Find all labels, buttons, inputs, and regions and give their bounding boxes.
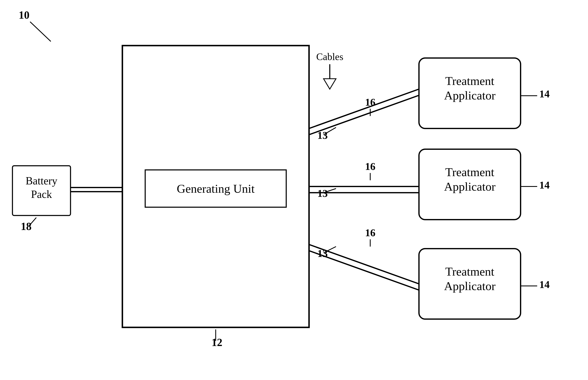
ref-16-bottom: 16 <box>365 227 375 238</box>
top-cable-line2 <box>309 95 419 135</box>
bottom-cable-line2 <box>309 251 419 290</box>
treatment-applicator-label-bottom-2: Applicator <box>444 279 495 293</box>
cables-arrow-head <box>324 79 336 89</box>
battery-pack-label-line1: Battery <box>25 175 57 187</box>
treatment-applicator-label-top-1: Treatment <box>445 74 494 88</box>
ref-14-bottom: 14 <box>539 279 550 290</box>
ref-16-middle: 16 <box>365 161 375 172</box>
diagram-container: 10 Battery Pack 18 Generating Unit Cable… <box>0 0 588 380</box>
battery-pack-label-line2: Pack <box>31 188 52 200</box>
ref-14-top: 14 <box>539 88 550 100</box>
treatment-applicator-label-middle-2: Applicator <box>444 180 495 193</box>
bottom-cable-line1 <box>309 245 419 284</box>
generating-unit-label: Generating Unit <box>177 182 255 195</box>
ref-14-middle: 14 <box>539 179 550 191</box>
top-cable-line1 <box>309 89 419 129</box>
svg-line-0 <box>30 22 51 41</box>
ref-10: 10 <box>19 9 29 21</box>
treatment-applicator-label-bottom-1: Treatment <box>445 265 494 278</box>
treatment-applicator-label-top-2: Applicator <box>444 89 495 102</box>
ref-12: 12 <box>212 337 222 348</box>
cables-label: Cables <box>316 51 344 62</box>
treatment-applicator-label-middle-1: Treatment <box>445 165 494 179</box>
ref-18: 18 <box>21 220 32 232</box>
